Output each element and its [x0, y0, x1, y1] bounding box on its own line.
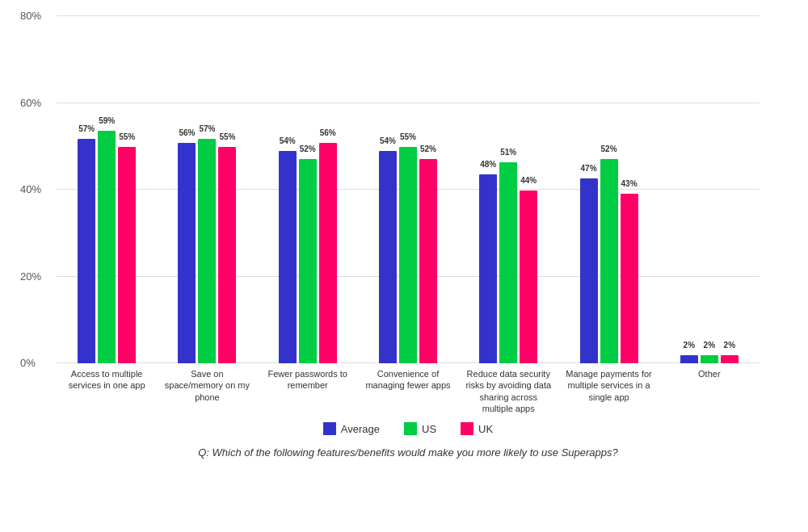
x-labels: Access to multiple services in one appSa…	[57, 368, 760, 414]
bar-fill-6-2	[721, 355, 739, 363]
bar-group-3: 54%55%52%	[379, 147, 437, 363]
legend-item-1: US	[404, 422, 436, 435]
legend-color-2	[461, 422, 473, 435]
bar-fill-2-1	[299, 159, 317, 364]
bar-value-label-5-1: 52%	[601, 145, 617, 153]
chart-container: 80% 60% 40% 20% 0% 57%59%55%56%57%55%54%…	[0, 0, 808, 532]
bar-value-label-5-2: 43%	[621, 179, 638, 188]
legend-color-1	[404, 422, 417, 435]
bar-value-label-4-1: 51%	[500, 148, 516, 157]
bar-fill-5-0	[580, 178, 598, 363]
y-label-0: 0%	[20, 357, 36, 369]
bar-fill-2-2	[319, 143, 337, 363]
x-label-3: Convenience of managing fewer apps	[364, 368, 452, 414]
bars-area: 57%59%55%56%57%55%54%52%56%54%55%52%48%5…	[57, 16, 760, 363]
bar-fill-0-0	[78, 139, 95, 363]
bar-value-label-4-2: 44%	[520, 176, 537, 185]
bar-fill-4-1	[499, 162, 517, 363]
bar-fill-3-0	[379, 151, 397, 363]
bar-3-1: 55%	[399, 147, 417, 363]
legend-label-2: UK	[478, 423, 493, 435]
bar-value-label-0-2: 55%	[119, 132, 135, 141]
bar-group-0: 57%59%55%	[78, 131, 136, 363]
x-label-1: Save on space/memory on my phone	[162, 368, 251, 414]
y-label-20: 20%	[20, 270, 41, 282]
bar-1-0: 56%	[178, 143, 196, 363]
bar-2-2: 56%	[319, 143, 337, 363]
bar-value-label-2-1: 52%	[300, 145, 316, 153]
bar-6-0: 2%	[680, 355, 698, 363]
bar-value-label-0-0: 57%	[78, 124, 95, 133]
bar-fill-4-0	[479, 174, 497, 363]
bar-fill-6-0	[680, 355, 698, 363]
bar-value-label-1-0: 56%	[179, 128, 195, 137]
bar-4-2: 44%	[520, 191, 537, 364]
bar-fill-6-1	[701, 355, 718, 363]
bar-6-2: 2%	[721, 355, 739, 363]
bar-5-1: 52%	[600, 159, 618, 364]
bar-0-0: 57%	[78, 139, 95, 363]
bar-3-2: 52%	[419, 159, 437, 364]
bar-value-label-3-1: 55%	[400, 132, 416, 141]
y-label-40: 40%	[20, 183, 41, 195]
bar-2-1: 52%	[299, 159, 317, 364]
bar-fill-2-0	[279, 151, 297, 363]
bar-fill-5-1	[600, 159, 618, 364]
x-label-0: Access to multiple services in one app	[62, 368, 151, 414]
bar-1-1: 57%	[198, 139, 216, 363]
bar-2-0: 54%	[279, 151, 297, 363]
bar-value-label-3-2: 52%	[420, 145, 436, 153]
bar-group-5: 47%52%43%	[580, 159, 638, 364]
legend-item-2: UK	[461, 422, 493, 435]
y-label-60: 60%	[20, 96, 41, 108]
bar-value-label-0-1: 59%	[99, 116, 115, 125]
bar-fill-0-1	[98, 131, 116, 363]
bar-value-label-2-2: 56%	[320, 128, 336, 137]
x-label-6: Other	[665, 368, 754, 414]
bar-value-label-2-0: 54%	[280, 136, 296, 145]
x-label-2: Fewer passwords to remember	[263, 368, 352, 414]
bar-value-label-5-0: 47%	[581, 164, 597, 173]
bar-group-4: 48%51%44%	[479, 162, 537, 363]
bar-value-label-6-0: 2%	[684, 341, 695, 350]
y-label-80: 80%	[20, 10, 41, 22]
bar-group-2: 54%52%56%	[279, 143, 337, 363]
bar-4-0: 48%	[479, 174, 497, 363]
x-label-5: Manage payments for multiple services in…	[565, 368, 654, 414]
bar-1-2: 55%	[218, 147, 236, 363]
bar-0-2: 55%	[118, 147, 136, 363]
legend-color-0	[323, 422, 336, 435]
legend-item-0: Average	[323, 422, 380, 435]
bar-fill-0-2	[118, 147, 136, 363]
bar-fill-3-2	[419, 159, 437, 364]
bar-6-1: 2%	[701, 355, 718, 363]
chart-area: 80% 60% 40% 20% 0% 57%59%55%56%57%55%54%…	[57, 16, 760, 363]
bar-value-label-4-0: 48%	[480, 160, 496, 169]
bar-fill-3-1	[399, 147, 417, 363]
bar-value-label-1-1: 57%	[199, 124, 215, 133]
bar-group-6: 2%2%2%	[680, 355, 739, 363]
legend-label-1: US	[422, 423, 436, 435]
bar-fill-1-2	[218, 147, 236, 363]
bar-5-2: 43%	[621, 194, 638, 363]
bar-4-1: 51%	[499, 162, 517, 363]
legend-label-0: Average	[341, 423, 380, 435]
bar-group-1: 56%57%55%	[178, 139, 236, 363]
bar-fill-5-2	[621, 194, 638, 363]
bar-fill-4-2	[520, 191, 537, 364]
bar-5-0: 47%	[580, 178, 598, 363]
bar-value-label-1-2: 55%	[219, 132, 235, 141]
bar-3-0: 54%	[379, 151, 397, 363]
bar-fill-1-1	[198, 139, 216, 363]
bar-value-label-6-1: 2%	[704, 341, 715, 350]
bar-value-label-3-0: 54%	[380, 136, 396, 145]
legend: AverageUSUK	[57, 422, 760, 435]
x-label-4: Reduce data security risks by avoiding d…	[464, 368, 553, 414]
bar-value-label-6-2: 2%	[724, 341, 735, 350]
chart-question: Q: Which of the following features/benef…	[57, 446, 760, 459]
bar-0-1: 59%	[98, 131, 116, 363]
bar-fill-1-0	[178, 143, 196, 363]
